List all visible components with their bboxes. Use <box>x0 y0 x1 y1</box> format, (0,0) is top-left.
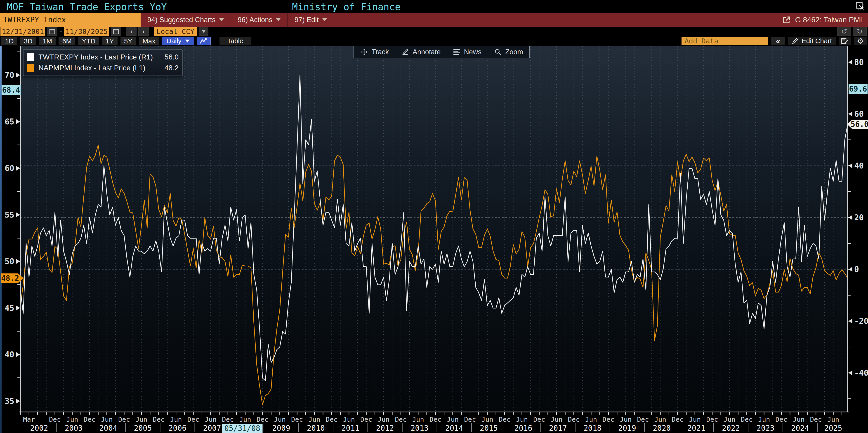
line-chart-icon <box>199 37 208 44</box>
end-date-calendar-button[interactable] <box>111 27 121 36</box>
calendar-icon <box>49 28 55 35</box>
legend-label: NAPMPMI Index - Last Price (L1) <box>38 64 145 72</box>
start-date-calendar-button[interactable] <box>47 27 57 36</box>
date-toolbar: 12/31/2001 - 11/30/2025 ‹ › Local CCY ↺ … <box>0 27 868 36</box>
currency-dropdown-button[interactable] <box>199 27 209 36</box>
table-view-button[interactable]: Table <box>219 37 251 45</box>
security-ticker-field[interactable]: TWTREXPY Index <box>0 13 141 27</box>
title-bar: MOF Taiwan Trade Exports YoY Ministry of… <box>0 0 868 13</box>
legend-row-twtrexpy[interactable]: TWTREXPY Index - Last Price (R1) 56.0 <box>27 52 179 62</box>
period-button-1d[interactable]: 1D <box>1 37 17 45</box>
collapse-panel-button[interactable]: « <box>771 37 785 45</box>
news-lines-icon <box>454 49 460 55</box>
add-data-input[interactable]: Add Data <box>682 37 768 45</box>
menu-bar: TWTREXPY Index 94) Suggested Charts 96) … <box>0 13 868 27</box>
pop-out-window-icon[interactable] <box>855 1 866 12</box>
period-button-max[interactable]: Max <box>139 37 159 45</box>
menu-edit[interactable]: 97) Edit <box>288 13 334 27</box>
chart-tools-toolbar: Track Annotate News Zoom <box>353 46 530 58</box>
period-button-6m[interactable]: 6M <box>59 37 75 45</box>
annotate-button[interactable]: Annotate <box>395 47 447 58</box>
chevron-down-icon <box>219 18 224 21</box>
chart-settings-button[interactable]: ⚙ <box>854 37 867 45</box>
track-button[interactable]: Track <box>354 47 395 58</box>
news-button[interactable]: News <box>447 47 488 58</box>
pencil-icon <box>792 37 799 44</box>
end-date-field[interactable]: 11/30/2025 <box>64 27 109 36</box>
shift-range-back-button[interactable]: ‹ <box>126 27 136 36</box>
redo-button[interactable]: ↻ <box>852 27 867 36</box>
period-button-ytd[interactable]: YTD <box>78 37 99 45</box>
external-link-icon <box>782 16 791 24</box>
start-date-field[interactable]: 12/31/2001 <box>0 27 45 36</box>
zoom-button[interactable]: Zoom <box>488 47 529 58</box>
period-button-3d[interactable]: 3D <box>20 37 36 45</box>
legend-label: TWTREXPY Index - Last Price (R1) <box>38 53 153 61</box>
menu-actions[interactable]: 96) Actions <box>231 13 288 27</box>
chevron-down-icon <box>202 30 206 33</box>
shift-range-forward-button[interactable]: › <box>138 27 149 36</box>
left-axis-cursor-value: 68.4 <box>2 85 21 95</box>
chevron-down-icon <box>185 39 190 42</box>
undo-button[interactable]: ↺ <box>837 27 851 36</box>
legend-last-value: 48.2 <box>164 64 179 72</box>
frequency-select[interactable]: Daily <box>162 37 194 45</box>
chevron-down-icon <box>276 18 281 21</box>
edit-chart-button[interactable]: Edit Chart <box>788 37 836 45</box>
calendar-icon <box>113 28 119 35</box>
chart-title: MOF Taiwan Trade Exports YoY <box>7 1 167 12</box>
legend-last-value: 56.0 <box>164 53 179 61</box>
period-toolbar: 1D3D1M6MYTD1Y5YMax Daily Table Add Data … <box>0 36 868 46</box>
date-range-separator: - <box>60 28 62 35</box>
annotate-pencil-icon <box>402 49 409 56</box>
legend-row-napmpmi[interactable]: NAPMPMI Index - Last Price (L1) 48.2 <box>27 62 179 73</box>
chart-legend[interactable]: TWTREXPY Index - Last Price (R1) 56.0 NA… <box>23 49 183 76</box>
note-edit-icon <box>841 37 849 44</box>
series-swatch-orange <box>27 64 34 72</box>
currency-select[interactable]: Local CCY <box>154 27 197 36</box>
window-edge-strip <box>0 46 2 433</box>
right-axis-cursor-value: 69.6 <box>848 84 868 94</box>
chart-type-button[interactable] <box>197 37 211 45</box>
crosshair-icon <box>360 48 368 56</box>
chart-annotations-button[interactable] <box>839 37 851 45</box>
series-swatch-white <box>27 53 34 61</box>
saved-chart-link[interactable]: G 8462: Taiwan PMI <box>782 13 868 27</box>
magnifier-icon <box>494 49 502 56</box>
period-button-1y[interactable]: 1Y <box>102 37 118 45</box>
period-button-5y[interactable]: 5Y <box>121 37 136 45</box>
chevron-down-icon <box>322 18 327 21</box>
chart-subtitle: Ministry of Finance <box>292 1 401 12</box>
period-button-1m[interactable]: 1M <box>39 37 56 45</box>
menu-suggested-charts[interactable]: 94) Suggested Charts <box>141 13 231 27</box>
